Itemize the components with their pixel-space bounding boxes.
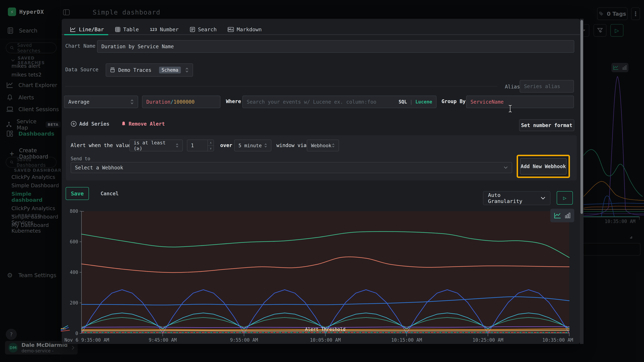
cancel-button[interactable]: Cancel (100, 191, 118, 196)
y-tick-label: 800 (70, 208, 78, 214)
y-tick-label: 600 (70, 239, 78, 244)
alert-window-suffix: window via (276, 142, 306, 148)
chevron-down-icon (540, 196, 546, 200)
data-source-label: Data Source (65, 67, 98, 73)
schema-badge[interactable]: Schema (159, 67, 181, 73)
series-service-lightblue (82, 297, 569, 305)
alert-condition-select[interactable]: is at least (≥) (129, 140, 183, 151)
alert-channel-select[interactable]: Webhook (307, 140, 339, 151)
where-placeholder: Search your events w/ Lucene ex. column:… (247, 99, 376, 105)
y-tick-label: 0 (75, 331, 78, 336)
123-icon: 123 (150, 27, 157, 32)
modal-scrollbar[interactable] (580, 19, 584, 344)
chevron-down-icon (504, 166, 508, 169)
webhook-select[interactable]: Select a Webhook (71, 162, 512, 173)
bar-chart-icon (565, 212, 570, 218)
series-service-salmon (82, 257, 569, 273)
add-new-webhook-button[interactable]: Add New Webhook (520, 158, 566, 175)
alert-prefix: Alert when the value (71, 142, 131, 148)
x-tick-label: Nov 6 9:35:00 AM (64, 337, 109, 343)
select-chevrons-icon (130, 99, 134, 105)
scrollbar-thumb[interactable] (580, 20, 583, 214)
background-sliver-lines (60, 324, 73, 332)
line-chart-icon (554, 212, 561, 218)
aggregation-select[interactable]: Average (64, 96, 138, 108)
y-tick-label: 400 (70, 270, 78, 275)
preview-chart-type-toggle[interactable] (550, 209, 574, 222)
add-webhook-highlight: Add New Webhook (517, 155, 570, 178)
alert-over-label: over (220, 142, 232, 148)
chart-name-label: Chart Name (65, 43, 96, 49)
alert-window-select[interactable]: 5 minute (234, 140, 271, 151)
alert-threshold-label: Alert Threshold (305, 327, 346, 332)
select-chevrons-icon (176, 143, 178, 148)
save-button[interactable]: Save (66, 187, 89, 200)
alert-config-panel: Alert when the value is at least (≥) 1 ∧… (66, 135, 577, 181)
x-tick-label: 10:35:00 AM (542, 337, 573, 343)
tab-line-bar[interactable]: Line/Bar (70, 26, 104, 32)
set-number-format-button[interactable]: Set number format (519, 119, 574, 131)
select-chevrons-icon (264, 143, 267, 148)
table-icon (115, 27, 120, 32)
where-label: Where (226, 98, 241, 104)
app-root: Simple dashboard 0 Tags ⋮ ⟳ ▷ (0, 0, 644, 362)
edit-chart-modal: Line/Bar Table 123 Number Search Markdow… (62, 19, 580, 344)
x-tick-label: 9:55:00 AM (230, 337, 258, 343)
group-by-label: Group By (442, 98, 466, 104)
select-chevrons-icon (332, 143, 335, 148)
chart-name-input[interactable]: Duration by Service Name (97, 40, 574, 53)
preview-chart: Alert Threshold0200400600800Nov 6 9:35:0… (82, 211, 569, 333)
alias-input[interactable]: Series alias (520, 80, 574, 93)
mouse-cursor-ibeam (508, 104, 513, 113)
alert-threshold-input[interactable]: 1 ∧∨ (187, 140, 214, 151)
where-search-input[interactable]: Search your events w/ Lucene ex. column:… (242, 96, 436, 108)
active-tab-underline (64, 34, 108, 35)
number-stepper[interactable]: ∧∨ (208, 140, 214, 151)
group-by-input[interactable]: ServiceName (466, 96, 574, 108)
series-service-green (82, 232, 569, 257)
y-tick-label: 200 (70, 300, 78, 306)
alias-placeholder: Series alias (524, 83, 560, 89)
language-toggle[interactable]: SQL | Lucene (398, 99, 432, 105)
plus-circle-icon (71, 121, 77, 127)
database-icon (110, 67, 115, 73)
x-tick-label: 9:45:00 AM (149, 337, 177, 343)
add-series-button[interactable]: Add Series (71, 119, 110, 129)
x-tick-label: 10:05:00 AM (310, 337, 340, 343)
x-tick-label: 10:15:00 AM (391, 337, 422, 343)
send-to-label: Send to (71, 156, 90, 161)
granularity-select[interactable]: Auto Granularity (483, 191, 550, 205)
tab-track (62, 34, 580, 35)
markdown-icon (228, 27, 234, 32)
run-preview-button[interactable]: ▷ (557, 191, 573, 204)
line-chart-icon (70, 27, 76, 32)
alias-label: Alias (505, 84, 520, 90)
data-source-select[interactable]: Demo Traces Schema (106, 63, 193, 77)
tab-markdown[interactable]: Markdown (228, 26, 262, 32)
stepper-up-icon: ∧ (208, 140, 214, 146)
stepper-down-icon: ∨ (208, 146, 214, 151)
list-icon (190, 27, 195, 32)
series-service-teal (82, 318, 569, 327)
chart-type-tabs: Line/Bar Table 123 Number Search Markdow… (62, 24, 580, 35)
divider (65, 86, 498, 86)
remove-alert-button[interactable]: Remove Alert (121, 119, 165, 129)
x-tick-label: 10:25:00 AM (472, 337, 503, 343)
select-chevrons-icon (185, 67, 189, 73)
tab-search[interactable]: Search (190, 26, 217, 32)
play-icon: ▷ (563, 195, 566, 201)
alert-bell-icon (121, 121, 126, 127)
field-expression-input[interactable]: Duration/1000000 (142, 96, 220, 108)
tab-table[interactable]: Table (115, 26, 139, 32)
tab-number[interactable]: 123 Number (150, 26, 179, 32)
